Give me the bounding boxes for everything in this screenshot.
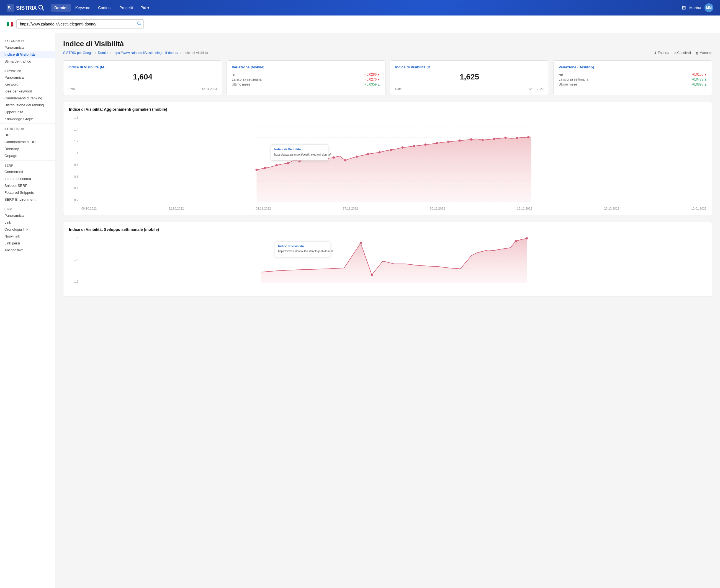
search-input[interactable] xyxy=(16,19,144,29)
variation-row-month: Ultimo mese +0,0359 ▲ xyxy=(232,83,380,86)
search-wrapper xyxy=(16,19,144,29)
share-action[interactable]: ◁ Condividi xyxy=(674,51,691,55)
svg-point-25 xyxy=(367,153,369,155)
triangle-down-icon2: ▼ xyxy=(377,78,380,81)
logo[interactable]: S SISTRIX xyxy=(7,4,44,12)
nav-content[interactable]: Content xyxy=(95,4,115,12)
sidebar-item-distribuzione-ranking[interactable]: Distribuzione dei ranking xyxy=(0,102,55,108)
logo-search-icon xyxy=(38,5,44,11)
sidebar-section-serp: SERP xyxy=(0,160,55,168)
variation-row-yesterday: ieri -0,0286 ▼ xyxy=(232,72,380,77)
manual-action[interactable]: ▦ Manuale xyxy=(695,51,712,55)
x-label-1: 09.10.2022 xyxy=(81,207,97,210)
chart-daily-area: 1.6 1.4 1.2 1 0.8 0.6 0.4 0.2 xyxy=(69,116,706,210)
sidebar-item-kw-panoramica[interactable]: Panoramica xyxy=(0,74,55,81)
sidebar-item-cronologia-link[interactable]: Cronologia link xyxy=(0,226,55,233)
export-action[interactable]: ⬇ Esporta xyxy=(654,51,669,55)
svg-text:S: S xyxy=(8,5,11,10)
y-label-1: 1 xyxy=(69,151,80,155)
nav-right: ⊞ Marina MM xyxy=(682,3,713,12)
svg-point-29 xyxy=(413,145,415,147)
sidebar-item-onpage[interactable]: Onpage xyxy=(0,152,55,159)
sidebar-item-opportunita[interactable]: Opportunità xyxy=(0,108,55,115)
breadcrumb-sep2: › xyxy=(110,51,111,55)
sidebar-item-knowledge-graph[interactable]: Knowledge Graph xyxy=(0,115,55,122)
svg-point-30 xyxy=(424,143,427,146)
sidebar-item-traffico[interactable]: Stima del traffico xyxy=(0,58,55,65)
svg-point-37 xyxy=(504,136,507,139)
sidebar-section-struttura: STRUTTURA xyxy=(0,124,55,131)
sidebar: ZALANDO.IT Panoramica Indice di Visibili… xyxy=(0,33,55,588)
breadcrumb-sep1: › xyxy=(95,51,96,55)
sidebar-item-nuovi-link[interactable]: Nuovi link xyxy=(0,233,55,240)
country-flag[interactable]: 🇮🇹 xyxy=(7,21,14,27)
sidebar-item-featured-snippets[interactable]: Featured Snippets xyxy=(0,189,55,196)
triangle-up-icon3: ▲ xyxy=(704,83,707,86)
sidebar-section-link: LINK xyxy=(0,204,55,212)
breadcrumb-url[interactable]: https://www.zalando.it/vestiti-eleganti-… xyxy=(113,51,178,55)
nav-domini[interactable]: Domini xyxy=(51,4,70,12)
metric-card-desktop-variation-title: Variazione (Desktop) xyxy=(559,65,707,69)
svg-point-39 xyxy=(527,136,530,138)
desktop-variation-label-month: Ultimo mese xyxy=(559,83,577,86)
desktop-date-label: Data xyxy=(395,87,402,90)
nav-keyword[interactable]: Keyword xyxy=(72,4,94,12)
sidebar-item-cambiamenti-ranking[interactable]: Cambiamenti di ranking xyxy=(0,95,55,102)
svg-point-17 xyxy=(275,164,278,166)
variation-row-week: La scorsa settimana -0,0276 ▼ xyxy=(232,78,380,81)
breadcrumb-actions: ⬇ Esporta ◁ Condividi ▦ Manuale xyxy=(654,51,712,55)
x-label-2: 22.10.2022 xyxy=(169,207,184,210)
svg-point-48 xyxy=(371,274,373,276)
y-label-02: 0.2 xyxy=(69,198,80,202)
sidebar-item-idee-keyword[interactable]: Idee per keyword xyxy=(0,88,55,95)
svg-point-34 xyxy=(470,139,472,141)
sidebar-item-snippet-serp[interactable]: Snippet SERP xyxy=(0,182,55,189)
svg-point-23 xyxy=(344,159,346,162)
metric-card-desktop-vi-date: Data 12.01.2023 xyxy=(395,85,543,90)
desktop-variation-row-week: La scorsa settimana +0,0473 ▲ xyxy=(559,78,707,81)
metric-card-mobile-vi: Indice di Visibilità (M... 1,604 Data 12… xyxy=(63,60,222,95)
svg-point-33 xyxy=(458,140,461,142)
chart-x-axis: 09.10.2022 22.10.2022 04.11.2022 17.11.2… xyxy=(81,207,706,210)
breadcrumb-domini[interactable]: Domini xyxy=(98,51,108,55)
x-label-4: 17.11.2022 xyxy=(343,207,358,210)
weekly-y-label-16: 1.6 xyxy=(69,236,80,239)
chart-svg: Indice di Visibilità https://www.zalando… xyxy=(81,116,706,202)
date-label: Data xyxy=(68,87,75,90)
sidebar-item-serp-environment[interactable]: SERP Environment xyxy=(0,196,55,203)
sidebar-item-link-panoramica[interactable]: Panoramica xyxy=(0,212,55,219)
page-title: Indice di Visibilità xyxy=(63,40,712,48)
sidebar-item-url[interactable]: URL xyxy=(0,131,55,139)
metric-card-mobile-variation: Variazione (Mobile) ieri -0,0286 ▼ La sc… xyxy=(227,60,386,95)
sidebar-item-link[interactable]: Link xyxy=(0,219,55,226)
svg-text:https://www.zalando.it/vestiti: https://www.zalando.it/vestiti-eleganti-… xyxy=(278,250,333,253)
chart-weekly-y-axis: 1.6 1.4 1.2 xyxy=(69,236,80,283)
desktop-variation-label-week: La scorsa settimana xyxy=(559,78,588,81)
search-button[interactable] xyxy=(137,21,142,27)
x-label-3: 04.11.2022 xyxy=(255,207,271,210)
sidebar-item-visibilita[interactable]: Indice di Visibilità xyxy=(0,51,55,58)
avatar[interactable]: MM xyxy=(704,3,713,12)
breadcrumb-sistrix[interactable]: SISTRIX per Google xyxy=(63,51,93,55)
sidebar-item-concorrenti[interactable]: Concorrenti xyxy=(0,168,55,175)
metric-card-desktop-vi-title: Indice di Visibilità (D... xyxy=(395,65,543,69)
variation-label-month: Ultimo mese xyxy=(232,83,250,86)
nav-links: Domini Keyword Content Progetti Più ▾ xyxy=(51,4,675,12)
sidebar-section-keyword: KEYWORD xyxy=(0,66,55,74)
sidebar-item-panoramica[interactable]: Panoramica xyxy=(0,44,55,51)
sidebar-item-link-persi[interactable]: Link persi xyxy=(0,240,55,247)
nav-piu[interactable]: Più ▾ xyxy=(137,4,152,12)
sidebar-item-cambiamenti-url[interactable]: Cambiamenti di URL xyxy=(0,139,55,145)
svg-line-5 xyxy=(140,24,141,25)
x-label-6: 13.12.2022 xyxy=(517,207,532,210)
nav-progetti[interactable]: Progetti xyxy=(116,4,136,12)
chart-inner: Indice di Visibilità https://www.zalando… xyxy=(81,116,706,202)
layout: ZALANDO.IT Panoramica Indice di Visibili… xyxy=(0,33,720,588)
grid-icon[interactable]: ⊞ xyxy=(682,5,686,11)
sidebar-item-directory[interactable]: Directory xyxy=(0,145,55,152)
sidebar-item-keyword[interactable]: Keyword xyxy=(0,81,55,88)
svg-point-22 xyxy=(333,156,335,159)
manual-icon: ▦ xyxy=(695,51,698,55)
sidebar-item-anchor-text[interactable]: Anchor text xyxy=(0,247,55,254)
sidebar-item-intento[interactable]: Intento di ricerca xyxy=(0,175,55,182)
